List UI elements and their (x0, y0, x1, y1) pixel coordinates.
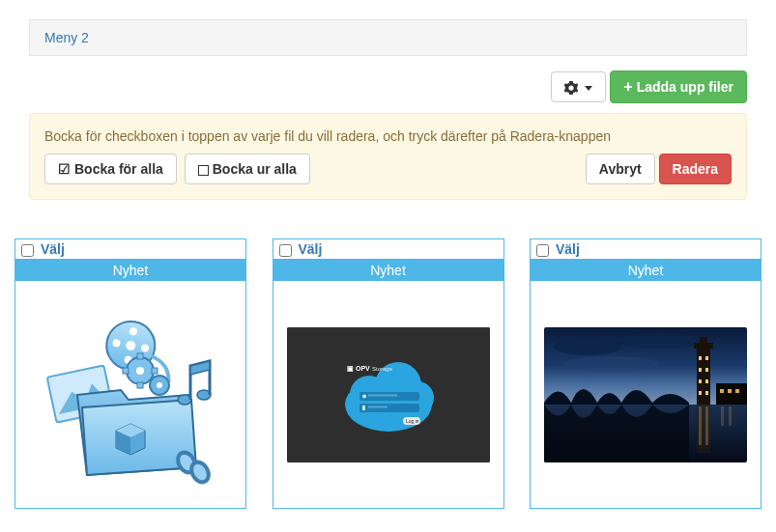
delete-instructions-panel: Bocka för checkboxen i toppen av varje f… (29, 113, 747, 200)
svg-rect-58 (705, 406, 708, 445)
svg-rect-44 (705, 356, 708, 360)
svg-point-30 (362, 394, 366, 398)
svg-rect-46 (705, 368, 708, 372)
plus-icon: + (623, 78, 632, 95)
svg-text:▣ OPV: ▣ OPV (347, 365, 370, 373)
svg-rect-12 (123, 368, 129, 374)
file-card: Välj Nyhet (530, 238, 762, 509)
select-file-checkbox[interactable] (536, 244, 549, 257)
svg-rect-42 (700, 337, 707, 345)
card-header: Välj (273, 239, 503, 260)
file-card: Välj Nyhet (14, 238, 246, 509)
uncheck-all-button[interactable]: Bocka ur alla (185, 154, 310, 184)
svg-rect-33 (368, 406, 388, 407)
cancel-button[interactable]: Avbryt (586, 154, 655, 184)
svg-rect-10 (137, 353, 143, 359)
svg-rect-11 (137, 382, 143, 388)
gear-icon (564, 79, 582, 95)
svg-rect-52 (720, 389, 724, 393)
empty-box-icon (198, 165, 209, 176)
svg-rect-40 (697, 345, 710, 405)
select-text: Välj (556, 241, 580, 257)
checked-box-icon: ☑ (58, 161, 71, 177)
uncheck-all-label: Bocka ur alla (213, 161, 297, 177)
card-tag: Nyhet (531, 260, 761, 281)
svg-rect-32 (368, 394, 397, 396)
file-cards: Välj Nyhet (14, 238, 762, 509)
card-tag: Nyhet (15, 260, 245, 281)
login-screenshot-icon: ▣ OPV Storage Log in (287, 327, 490, 462)
delete-instructions-text: Bocka för checkboxen i toppen av varje f… (44, 128, 732, 144)
svg-rect-54 (735, 389, 739, 393)
action-buttons: Avbryt Radera (586, 154, 732, 184)
delete-button[interactable]: Radera (659, 154, 732, 184)
svg-rect-48 (705, 379, 708, 383)
card-thumbnail[interactable]: ▣ OPV Storage Log in (273, 281, 503, 508)
select-file-label[interactable]: Välj (279, 241, 323, 257)
menu-link-2[interactable]: Meny 2 (44, 30, 89, 45)
svg-rect-49 (699, 391, 702, 395)
settings-button[interactable] (551, 71, 607, 102)
card-header: Välj (15, 239, 245, 260)
svg-point-15 (157, 382, 162, 388)
card-header: Välj (531, 239, 761, 260)
card-thumbnail[interactable] (531, 281, 761, 508)
select-file-checkbox[interactable] (21, 244, 34, 257)
svg-point-9 (136, 367, 144, 375)
menu-bar: Meny 2 (29, 19, 747, 56)
svg-rect-43 (699, 356, 702, 360)
svg-rect-50 (705, 391, 708, 395)
bulk-select-buttons: ☑Bocka för alla Bocka ur alla (44, 154, 314, 184)
file-card: Välj Nyhet ▣ OPV Storage (273, 238, 504, 509)
svg-rect-13 (152, 368, 158, 374)
media-folder-icon (34, 303, 227, 487)
svg-point-39 (563, 356, 660, 372)
check-all-label: Bocka för alla (74, 161, 163, 177)
select-text: Välj (298, 241, 322, 257)
upload-label: Ladda upp filer (637, 79, 733, 95)
svg-point-38 (617, 333, 704, 349)
select-file-label[interactable]: Välj (536, 241, 580, 257)
svg-rect-31 (362, 406, 365, 410)
chevron-down-icon (585, 86, 592, 91)
check-all-button[interactable]: ☑Bocka för alla (44, 154, 177, 184)
svg-rect-53 (728, 389, 732, 393)
svg-rect-51 (716, 383, 747, 405)
toolbar: +Ladda upp filer (29, 70, 747, 103)
svg-rect-57 (699, 406, 702, 445)
night-photo-icon (544, 327, 747, 462)
svg-rect-59 (721, 406, 724, 426)
svg-rect-60 (729, 406, 732, 426)
svg-point-37 (554, 338, 621, 355)
svg-text:Storage: Storage (372, 366, 393, 372)
upload-button[interactable]: +Ladda upp filer (610, 70, 747, 103)
select-file-label[interactable]: Välj (21, 241, 65, 257)
svg-text:Log in: Log in (406, 418, 419, 424)
select-text: Välj (41, 241, 65, 257)
svg-rect-47 (699, 379, 702, 383)
svg-rect-45 (699, 368, 702, 372)
select-file-checkbox[interactable] (279, 244, 292, 257)
card-thumbnail[interactable] (15, 281, 245, 508)
card-tag: Nyhet (273, 260, 503, 281)
